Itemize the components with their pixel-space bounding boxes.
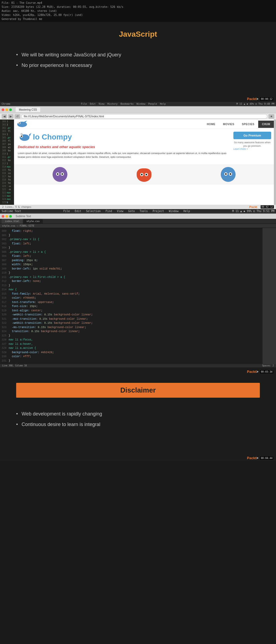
file-info-line1: File: 01 - The Course.mp4 — [2, 1, 274, 5]
browser-scrollbar[interactable] — [274, 120, 276, 205]
code-line-309: 309 border-left: 1px solid #ada791; — [0, 267, 263, 271]
browser-tab[interactable]: Mastering CSS — [16, 107, 40, 112]
slide1-footer: Packt> 00:00:12 — [0, 95, 276, 102]
file-info-line3: Audio: aac, 44100 Hz, stereo (und) — [2, 9, 274, 13]
code-line-315: 315 font-family: Arial, Helvetica, sans-… — [0, 292, 263, 296]
purple-character — [53, 167, 67, 182]
packt-logo-disclaimer: Packt> — [247, 456, 258, 460]
crab-eye-left — [140, 173, 143, 176]
premium-link[interactable]: Learn more » — [233, 148, 271, 150]
sublime-minimize-button[interactable] — [5, 215, 8, 218]
code-line-310: 310} — [0, 271, 263, 275]
site-characters — [14, 164, 274, 185]
slide2-footer: Packt> 00:04:44 — [0, 454, 276, 461]
forward-button[interactable]: ▶ — [8, 114, 13, 119]
sublime-minimap — [263, 228, 276, 364]
slide2-bullet1: Web development is rapidly changing — [16, 411, 260, 417]
cursor-position: Line 308, Column 16 — [2, 364, 27, 367]
browser-app-label: Chrome — [2, 103, 11, 105]
slide2-bullets: Web development is rapidly changing Cont… — [16, 411, 260, 427]
code-line-329: 329 background-color: #eb2428; — [0, 350, 263, 355]
blue-pupil-left — [225, 173, 227, 175]
blue-char-eyes — [224, 172, 232, 176]
code-line-323: 323 -ms-transition: 0.15s background-col… — [0, 325, 263, 330]
code-line-303: 303 float: left; — [0, 242, 263, 246]
code-line-330: 330 color: #fff; — [0, 355, 263, 359]
sublime-breadcrumb: style.css — FINAL-SITE — [0, 224, 276, 228]
back-button[interactable]: ◀ — [2, 114, 7, 119]
code-line-314: 314nav { — [0, 288, 263, 292]
slide2-bullet2: Continuous desire to learn is integral — [16, 422, 260, 427]
code-line-302: 302.primary-nav > li { — [0, 237, 263, 242]
javascript-slide: JavaScript We will be writing some JavaS… — [0, 22, 276, 95]
sublime-status-bar: Line 308, Column 16 Spaces: 2 — [0, 364, 276, 367]
blue-pupil-right — [230, 173, 231, 175]
tab-style-css[interactable]: style.css — [23, 219, 43, 224]
code-line-316: 316 color: #766e65; — [0, 296, 263, 300]
maximize-button[interactable] — [9, 108, 12, 111]
sublime-window: Sublime Text index.html style.css style.… — [0, 213, 276, 367]
browser-menu: File Edit View History Bookmarks Window … — [81, 103, 166, 105]
crab-eye-right — [145, 173, 148, 176]
sublime-chrome-bar: Sublime Text — [0, 214, 276, 219]
svg-point-2 — [19, 122, 20, 124]
reload-button[interactable]: ↺ — [15, 114, 20, 119]
nav-species[interactable]: SPECIES — [238, 121, 258, 128]
code-line-321: 321 -moz-transition: 0.15s background-co… — [0, 317, 263, 321]
premium-subtext: So many awesome features when you go pre… — [233, 141, 271, 148]
code-line-326: 326nav li a:focus, — [0, 338, 263, 342]
code-sidebar: 300} 301} 302.pr 303 fl 304} 305.pr 306 … — [0, 120, 14, 205]
site-main: lo Chompy Dedicated to sharks and other … — [14, 129, 274, 164]
site-body-text: Lorem ipsum dolor sit amet, consectetur … — [18, 152, 227, 159]
svg-point-8 — [20, 133, 23, 135]
sublime-timestamp: 00:03:34 — [260, 370, 273, 373]
code-line-300: 300 float: right; — [0, 229, 263, 233]
sublime-menu: File Edit Selection Find View Goto Tools… — [63, 210, 190, 213]
slide1-bullet1: We will be writing some JavaScript and j… — [16, 52, 260, 58]
crab-eyes — [140, 173, 148, 176]
close-button[interactable] — [2, 108, 4, 111]
sublime-body: 300 float: right; 301} 302.primary-nav >… — [0, 228, 276, 364]
slide2-timestamp: 00:04:44 — [260, 456, 273, 460]
browser-system-info: M 11 ▲ ◆ 49% ⊡ Thu 9:48 PM — [236, 103, 274, 105]
sublime-system-info: M 11 ▲ ◆ 99% ⊡ Thu 9:51 PM — [232, 210, 274, 213]
nav-home[interactable]: HOME — [203, 121, 219, 128]
sublime-close-button[interactable] — [2, 215, 4, 218]
packt-logo-1: Packt> — [247, 97, 258, 101]
code-line-308: 308 width: 150px; — [0, 263, 263, 267]
code-line-311: 311.primary-nav > li:first-child > a { — [0, 275, 263, 280]
file-info-line5: Generated by Thumbnail me — [2, 17, 274, 21]
code-line-318: 318 font-size: 15px; — [0, 304, 263, 309]
bookmark-button[interactable]: ★ — [268, 114, 274, 119]
browser-footer: 2 lines, 5 & changes Packt> 00:02:12 — [0, 205, 276, 209]
code-editor[interactable]: 300 float: right; 301} 302.primary-nav >… — [0, 228, 263, 364]
sublime-maximize-button[interactable] — [9, 215, 12, 218]
url-bar[interactable] — [21, 114, 267, 119]
browser-chrome-bar: Mastering CSS — [0, 106, 276, 113]
nav-movies[interactable]: MOVIES — [219, 121, 238, 128]
sublime-footer: Packt> 00:03:34 — [0, 367, 276, 375]
blue-character — [221, 167, 236, 182]
site-nav: HOME MOVIES SPECIES CHUM — [14, 120, 274, 129]
code-line-317: 317 text-transform: uppercase; — [0, 300, 263, 305]
pupil-left — [57, 173, 58, 175]
file-info-line2: Size: 23358289 bytes (22.28 MiB), durati… — [2, 5, 274, 9]
slide1-title: JavaScript — [16, 30, 260, 39]
blue-eye-right — [229, 172, 232, 176]
tab-index-html[interactable]: index.html — [2, 219, 23, 224]
packt-logo-browser: Packt> — [249, 205, 259, 209]
code-line-305: 305.primary-nav > li > a { — [0, 250, 263, 254]
minimize-button[interactable] — [5, 108, 8, 111]
system-status-bar-sublime: Sublime Text File Edit Selection Find Vi… — [0, 209, 276, 213]
blue-eye-left — [224, 172, 227, 176]
disclaimer-slide: Disclaimer Web development is rapidly ch… — [0, 375, 276, 454]
code-line-320: 320 -webkit-transition: 0.15s background… — [0, 313, 263, 317]
eye-left — [56, 172, 59, 176]
file-info-bar: File: 01 - The Course.mp4 Size: 23358289… — [0, 0, 276, 22]
chompy-fish-icon — [18, 132, 31, 142]
nav-chum[interactable]: CHUM — [258, 121, 274, 128]
browser-status-text: 2 lines, 5 & changes — [2, 206, 31, 208]
pupil-right — [61, 173, 63, 175]
go-premium-button[interactable]: Go Premium — [233, 132, 271, 139]
site-right-content: Go Premium So many awesome features when… — [231, 129, 274, 164]
